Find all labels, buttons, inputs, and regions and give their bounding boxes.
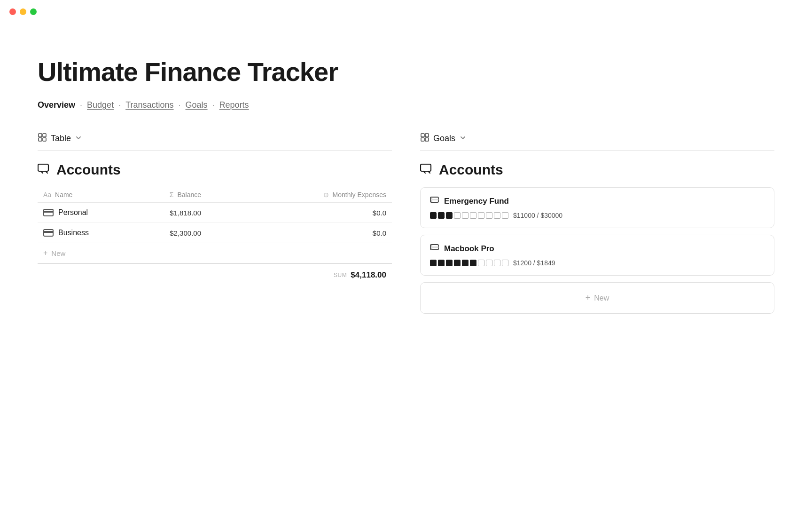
minimize-button[interactable] xyxy=(20,8,26,15)
svg-rect-9 xyxy=(421,164,431,171)
accounts-table: Aa Name Σ Balance ⊙ Monthly Expenses xyxy=(38,187,392,243)
nav-budget[interactable]: Budget xyxy=(87,100,114,110)
account-name-personal[interactable]: Personal xyxy=(38,203,132,223)
sum-value: $4,118.00 xyxy=(351,270,386,280)
table-row[interactable]: Personal $1,818.00 $0.0 xyxy=(38,203,392,223)
maximize-button[interactable] xyxy=(30,8,37,15)
col-header-monthly: ⊙ Monthly Expenses xyxy=(207,187,392,203)
account-monthly-personal: $0.0 xyxy=(207,203,392,223)
progress-block xyxy=(430,212,437,219)
account-name-business[interactable]: Business xyxy=(38,223,132,243)
monthly-col-icon: ⊙ xyxy=(323,191,329,198)
add-goal-button[interactable]: + New xyxy=(420,282,774,314)
plus-icon: + xyxy=(43,249,47,257)
new-goal-plus-icon: + xyxy=(586,293,591,303)
card-icon-personal xyxy=(43,209,54,216)
svg-rect-11 xyxy=(431,199,438,200)
svg-rect-5 xyxy=(421,134,424,137)
left-panel: Table Accounts xyxy=(38,133,392,314)
progress-block xyxy=(502,260,508,266)
goal-card-icon-macbook xyxy=(430,244,439,254)
accounts-icon xyxy=(38,163,52,177)
account-balance-business: $2,300.00 xyxy=(132,223,207,243)
nav-goals[interactable]: Goals xyxy=(186,100,208,110)
svg-rect-8 xyxy=(425,138,429,141)
svg-rect-6 xyxy=(425,134,429,137)
progress-blocks-macbook xyxy=(430,260,508,266)
progress-block xyxy=(486,212,492,219)
progress-blocks-emergency xyxy=(430,212,508,219)
goals-panel-header: Goals xyxy=(420,133,774,151)
progress-block xyxy=(502,212,508,219)
nav-transactions[interactable]: Transactions xyxy=(125,100,173,110)
table-grid-icon xyxy=(38,133,47,144)
progress-block xyxy=(446,260,453,266)
name-col-icon: Aa xyxy=(43,191,51,198)
table-chevron-icon[interactable] xyxy=(76,135,81,142)
progress-block xyxy=(470,212,476,219)
progress-block xyxy=(438,212,445,219)
navigation: Overview · Budget · Transactions · Goals… xyxy=(38,100,774,110)
goal-card-emergency[interactable]: Emergency Fund $11000 / $30000 xyxy=(420,187,774,228)
goal-card-title-emergency: Emergency Fund xyxy=(430,196,765,206)
goal-card-icon-emergency xyxy=(430,196,439,206)
goal-progress-emergency: $11000 / $30000 xyxy=(430,212,765,219)
goals-accounts-title-text: Accounts xyxy=(439,162,503,178)
svg-rect-3 xyxy=(43,138,46,141)
nav-overview[interactable]: Overview xyxy=(38,100,75,110)
nav-sep-3: · xyxy=(179,100,181,110)
goals-chevron-icon[interactable] xyxy=(460,135,466,142)
progress-block xyxy=(470,260,476,266)
progress-block xyxy=(454,212,461,219)
goal-progress-macbook: $1200 / $1849 xyxy=(430,259,765,267)
goals-accounts-icon xyxy=(420,163,434,177)
goals-label[interactable]: Goals xyxy=(433,134,455,143)
progress-block xyxy=(438,260,445,266)
progress-block xyxy=(454,260,461,266)
progress-block xyxy=(446,212,453,219)
two-column-layout: Table Accounts xyxy=(38,133,774,314)
right-panel: Goals Accounts xyxy=(420,133,774,314)
main-content: Ultimate Finance Tracker Overview · Budg… xyxy=(0,0,812,342)
col-header-name: Aa Name xyxy=(38,187,132,203)
goals-grid-icon xyxy=(420,133,429,144)
progress-block xyxy=(462,260,468,266)
close-button[interactable] xyxy=(9,8,16,15)
accounts-section-title: Accounts xyxy=(38,162,392,178)
sum-row: SUM $4,118.00 xyxy=(38,263,392,286)
svg-rect-2 xyxy=(39,138,42,141)
progress-block xyxy=(494,212,500,219)
progress-block xyxy=(462,212,468,219)
sum-label: SUM xyxy=(334,272,347,278)
table-label[interactable]: Table xyxy=(51,134,71,143)
table-row[interactable]: Business $2,300.00 $0.0 xyxy=(38,223,392,243)
table-panel-header: Table xyxy=(38,133,392,151)
col-header-balance: Σ Balance xyxy=(132,187,207,203)
nav-sep-1: · xyxy=(80,100,82,110)
goals-accounts-section-title: Accounts xyxy=(420,162,774,178)
balance-col-icon: Σ xyxy=(170,191,174,198)
account-monthly-business: $0.0 xyxy=(207,223,392,243)
card-icon-business xyxy=(43,229,54,237)
progress-block xyxy=(478,260,484,266)
add-account-button[interactable]: + New xyxy=(38,243,392,263)
traffic-lights xyxy=(9,8,37,15)
goal-card-macbook[interactable]: Macbook Pro $1200 / $1849 xyxy=(420,235,774,276)
nav-sep-2: · xyxy=(118,100,121,110)
progress-block xyxy=(478,212,484,219)
svg-rect-4 xyxy=(38,164,48,171)
progress-block xyxy=(494,260,500,266)
accounts-title-text: Accounts xyxy=(56,162,121,178)
nav-reports[interactable]: Reports xyxy=(219,100,249,110)
goal-card-title-macbook: Macbook Pro xyxy=(430,244,765,254)
nav-sep-4: · xyxy=(212,100,215,110)
account-balance-personal: $1,818.00 xyxy=(132,203,207,223)
progress-block xyxy=(486,260,492,266)
svg-rect-13 xyxy=(431,246,438,248)
progress-block xyxy=(430,260,437,266)
svg-rect-1 xyxy=(43,134,46,137)
svg-rect-0 xyxy=(39,134,42,137)
svg-rect-7 xyxy=(421,138,424,141)
page-title: Ultimate Finance Tracker xyxy=(38,56,774,87)
